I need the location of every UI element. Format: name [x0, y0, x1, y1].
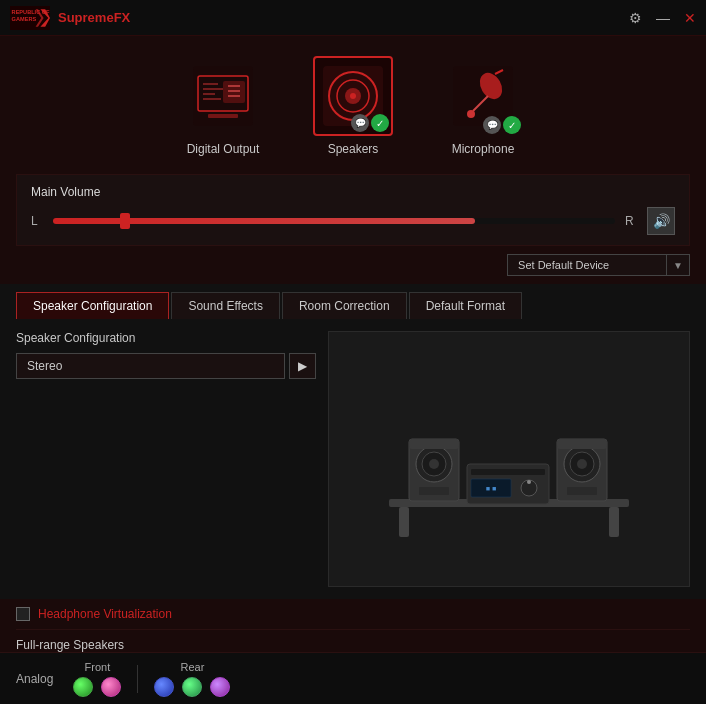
- svg-text:GAMERS: GAMERS: [12, 16, 37, 22]
- speakers-icon-wrap: 💬 ✓: [313, 56, 393, 136]
- rog-logo-icon: REPUBLIC OF GAMERS: [10, 6, 50, 30]
- svg-text:■ ■: ■ ■: [486, 485, 496, 492]
- digital-output-icon-wrap: [183, 56, 263, 136]
- close-button[interactable]: ✕: [684, 11, 696, 25]
- chat-badge: 💬: [351, 114, 369, 132]
- check-badge: ✓: [371, 114, 389, 132]
- front-group-label: Front: [73, 661, 121, 673]
- rear-dots-row: [154, 677, 230, 697]
- title-bar: REPUBLIC OF GAMERS SupremeFX ⚙ — ✕: [0, 0, 706, 36]
- svg-rect-28: [399, 507, 409, 537]
- svg-point-33: [429, 459, 439, 469]
- volume-label: Main Volume: [31, 185, 675, 199]
- analog-divider: [137, 665, 138, 693]
- volume-row: L R 🔊: [31, 207, 675, 235]
- device-section: Digital Output 💬 ✓ Speakers: [0, 36, 706, 166]
- default-device-area: Set Default Device ▼: [0, 254, 706, 284]
- headphone-virtualization-row: Headphone Virtualization: [0, 599, 706, 629]
- volume-section: Main Volume L R 🔊: [16, 174, 690, 246]
- play-test-button[interactable]: ▶: [289, 353, 316, 379]
- svg-rect-29: [609, 507, 619, 537]
- speaker-diagram: ■ ■: [379, 369, 639, 549]
- analog-section: Analog Front Rear: [0, 652, 706, 704]
- analog-rear-green-dot[interactable]: [182, 677, 202, 697]
- speaker-image-area: ■ ■: [329, 359, 689, 559]
- analog-label: Analog: [16, 672, 53, 686]
- digital-output-icon: [193, 66, 253, 126]
- app-title: SupremeFX: [58, 10, 629, 25]
- analog-rear-blue-dot[interactable]: [154, 677, 174, 697]
- tab-speaker-configuration[interactable]: Speaker Configuration: [16, 292, 169, 319]
- svg-rect-15: [208, 114, 238, 118]
- speaker-config-dropdown-row: Stereo Quadraphonic 5.1 Surround 7.1 Sur…: [16, 353, 316, 379]
- svg-rect-40: [567, 487, 597, 495]
- headphone-virtualization-label: Headphone Virtualization: [38, 607, 172, 621]
- analog-rear-purple-dot[interactable]: [210, 677, 230, 697]
- device-speakers[interactable]: 💬 ✓ Speakers: [313, 56, 393, 156]
- analog-front-green-dot[interactable]: [73, 677, 93, 697]
- volume-thumb[interactable]: [120, 213, 130, 229]
- svg-point-47: [527, 480, 531, 484]
- mic-chat-badge: 💬: [483, 116, 501, 134]
- svg-rect-35: [409, 439, 459, 449]
- svg-rect-43: [471, 469, 545, 475]
- minimize-button[interactable]: —: [656, 11, 670, 25]
- window-controls: ⚙ — ✕: [629, 11, 696, 25]
- speakers-badges: 💬 ✓: [351, 114, 389, 132]
- volume-right-label: R: [625, 214, 637, 228]
- settings-button[interactable]: ⚙: [629, 11, 642, 25]
- set-default-device-button[interactable]: Set Default Device: [507, 254, 667, 276]
- speaker-config-select[interactable]: Stereo Quadraphonic 5.1 Surround 7.1 Sur…: [16, 353, 285, 379]
- digital-output-label: Digital Output: [187, 142, 260, 156]
- microphone-label: Microphone: [452, 142, 515, 156]
- microphone-icon-wrap: 💬 ✓: [443, 56, 523, 136]
- speaker-config-label: Speaker Configuration: [16, 331, 316, 345]
- tab-sound-effects[interactable]: Sound Effects: [171, 292, 280, 319]
- svg-point-24: [467, 110, 475, 118]
- device-digital-output[interactable]: Digital Output: [183, 56, 263, 156]
- svg-point-39: [577, 459, 587, 469]
- analog-front-pink-dot[interactable]: [101, 677, 121, 697]
- svg-point-20: [350, 93, 356, 99]
- mic-check-badge: ✓: [503, 116, 521, 134]
- svg-rect-41: [557, 439, 607, 449]
- speaker-preview: ■ ■: [328, 331, 690, 587]
- left-panel: Speaker Configuration Stereo Quadraphoni…: [16, 331, 316, 587]
- speakers-label: Speakers: [328, 142, 379, 156]
- analog-rear-group: Rear: [154, 661, 230, 697]
- volume-track[interactable]: [53, 218, 615, 224]
- volume-left-label: L: [31, 214, 43, 228]
- volume-fill: [53, 218, 475, 224]
- svg-rect-11: [223, 81, 245, 103]
- device-microphone[interactable]: 💬 ✓ Microphone: [443, 56, 523, 156]
- tabs-row: Speaker Configuration Sound Effects Room…: [0, 284, 706, 319]
- rear-group-label: Rear: [154, 661, 230, 673]
- front-dots-row: [73, 677, 121, 697]
- tab-default-format[interactable]: Default Format: [409, 292, 522, 319]
- analog-front-group: Front: [73, 661, 121, 697]
- volume-mute-button[interactable]: 🔊: [647, 207, 675, 235]
- full-range-title: Full-range Speakers: [16, 638, 690, 652]
- main-content: Speaker Configuration Stereo Quadraphoni…: [0, 319, 706, 599]
- tab-room-correction[interactable]: Room Correction: [282, 292, 407, 319]
- headphone-virtualization-checkbox[interactable]: [16, 607, 30, 621]
- microphone-badges: 💬 ✓: [483, 116, 521, 134]
- svg-rect-34: [419, 487, 449, 495]
- default-device-dropdown-arrow[interactable]: ▼: [667, 254, 690, 276]
